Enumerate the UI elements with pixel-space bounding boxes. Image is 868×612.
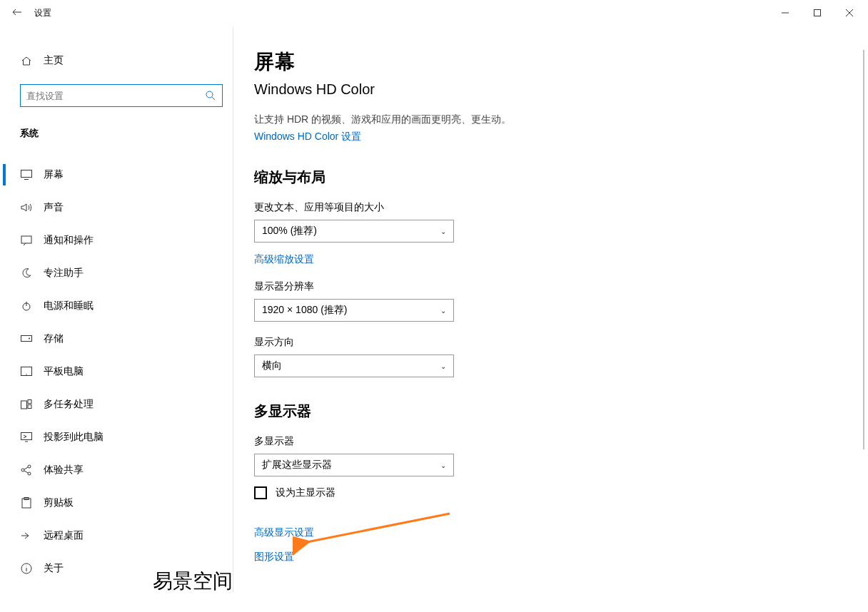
content-scrollbar[interactable] [863,50,864,449]
multi-heading: 多显示器 [254,402,865,421]
close-button[interactable] [833,1,865,24]
primary-checkbox-row[interactable]: 设为主显示器 [254,486,865,499]
scale-select[interactable]: 100% (推荐) ⌄ [254,220,454,243]
sound-icon [20,203,33,213]
orientation-select[interactable]: 横向 ⌄ [254,355,454,377]
tablet-icon [20,367,33,377]
primary-checkbox[interactable] [254,486,267,499]
search-input-wrap[interactable] [20,84,223,107]
nav-label: 声音 [44,201,64,214]
multi-value: 扩展这些显示器 [262,459,332,471]
advanced-scale-link[interactable]: 高级缩放设置 [254,253,314,266]
nav-notifications[interactable]: 通知和操作 [3,224,233,257]
nav-storage[interactable]: 存储 [3,322,233,355]
nav-project[interactable]: 投影到此电脑 [3,421,233,454]
nav-label: 剪贴板 [44,496,74,509]
nav-label: 存储 [44,332,64,345]
clipboard-icon [20,497,33,509]
svg-rect-9 [21,401,27,409]
svg-rect-2 [21,170,32,178]
resolution-value: 1920 × 1080 (推荐) [262,304,347,317]
nav-sound[interactable]: 声音 [3,191,233,224]
back-button[interactable] [3,7,31,19]
nav-label: 投影到此电脑 [44,431,104,444]
svg-point-14 [28,465,31,468]
content-area: 屏幕 Windows HD Color 让支持 HDR 的视频、游戏和应用的画面… [233,24,865,595]
page-title: 屏幕 [254,49,865,76]
nav-label: 多任务处理 [44,398,94,411]
minimize-button[interactable] [769,1,801,24]
orientation-label: 显示方向 [254,336,865,349]
search-input[interactable] [21,91,199,101]
shared-icon [20,464,33,476]
project-icon [20,432,33,442]
sidebar: 主页 系统 屏幕 声音 通知和操作 [3,24,233,595]
chevron-down-icon: ⌄ [440,362,446,370]
hdr-settings-link[interactable]: Windows HD Color 设置 [254,131,361,143]
nav-label: 通知和操作 [44,234,94,247]
notifications-icon [20,235,33,245]
nav-label: 远程桌面 [44,529,84,542]
svg-point-1 [206,91,213,98]
display-icon [20,170,33,180]
category-label: 系统 [3,127,233,140]
chevron-down-icon: ⌄ [440,461,446,469]
svg-rect-0 [814,10,820,16]
svg-point-13 [21,469,24,471]
multi-label: 多显示器 [254,435,865,448]
advanced-display-link[interactable]: 高级显示设置 [254,526,314,538]
maximize-button[interactable] [801,1,833,24]
about-icon [20,563,33,574]
power-icon [20,300,33,312]
nav-label: 体验共享 [44,464,84,476]
home-link[interactable]: 主页 [3,47,233,74]
resolution-label: 显示器分辨率 [254,280,865,293]
nav-label: 关于 [44,562,64,575]
nav-clipboard[interactable]: 剪贴板 [3,486,233,519]
chevron-down-icon: ⌄ [440,307,446,315]
window-title: 设置 [31,7,51,19]
scale-field-label: 更改文本、应用等项目的大小 [254,201,865,214]
nav-display[interactable]: 屏幕 [3,158,233,191]
scale-heading: 缩放与布局 [254,168,865,187]
nav-list: 屏幕 声音 通知和操作 专注助手 电源和睡眠 [3,158,233,585]
nav-focus-assist[interactable]: 专注助手 [3,257,233,290]
svg-rect-5 [21,336,32,342]
svg-point-6 [29,338,30,340]
storage-icon [20,335,33,342]
search-icon [199,91,222,101]
nav-power[interactable]: 电源和睡眠 [3,290,233,322]
orientation-value: 横向 [262,359,282,372]
titlebar: 设置 [3,1,865,24]
svg-point-8 [26,374,26,374]
multitask-icon [20,399,33,409]
svg-point-15 [28,472,31,475]
nav-label: 屏幕 [44,168,64,181]
resolution-select[interactable]: 1920 × 1080 (推荐) ⌄ [254,299,454,322]
chevron-down-icon: ⌄ [440,228,446,235]
settings-window: 设置 主页 系统 [3,1,865,595]
hdr-description: 让支持 HDR 的视频、游戏和应用的画面更明亮、更生动。 [254,113,865,126]
primary-checkbox-label: 设为主显示器 [276,486,335,499]
svg-rect-3 [21,236,31,243]
focus-icon [20,267,33,279]
graphics-settings-link[interactable]: 图形设置 [254,551,294,562]
nav-label: 平板电脑 [44,365,84,378]
home-label: 主页 [44,54,64,67]
svg-rect-10 [28,400,31,404]
multi-display-select[interactable]: 扩展这些显示器 ⌄ [254,454,454,476]
nav-shared[interactable]: 体验共享 [3,454,233,486]
hdr-heading: Windows HD Color [254,81,865,98]
nav-label: 专注助手 [44,267,84,280]
svg-rect-11 [28,405,31,409]
home-icon [20,55,33,66]
nav-tablet[interactable]: 平板电脑 [3,355,233,388]
watermark: 易景空间 [153,568,233,595]
remote-icon [20,531,33,541]
nav-multitask[interactable]: 多任务处理 [3,388,233,421]
nav-label: 电源和睡眠 [44,300,94,312]
nav-remote[interactable]: 远程桌面 [3,519,233,552]
scale-value: 100% (推荐) [262,225,317,238]
